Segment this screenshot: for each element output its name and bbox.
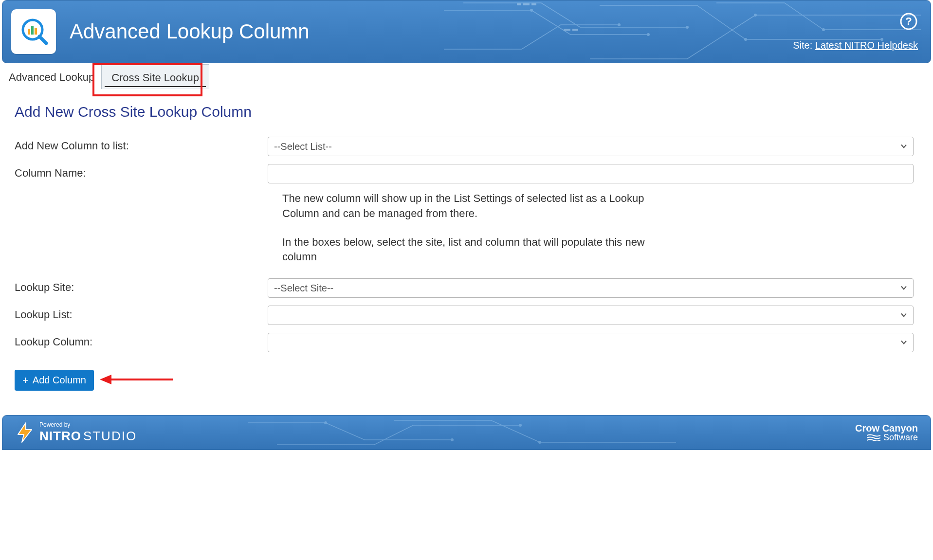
lookup-site-label: Lookup Site: (15, 278, 268, 294)
lookup-column-label: Lookup Column: (15, 333, 268, 348)
add-to-list-value: --Select List-- (274, 141, 332, 152)
svg-point-22 (324, 421, 327, 424)
footer-nitro-text: NITRO (39, 429, 81, 443)
footer-banner: Powered by NITROSTUDIO Crow Canyon Softw… (2, 415, 931, 450)
wave-icon (867, 434, 880, 441)
lookup-site-select[interactable]: --Select Site-- (268, 278, 914, 298)
footer-powered-by: Powered by (39, 422, 137, 428)
footer-cc-bot: Software (883, 433, 918, 442)
tab-cross-site-lookup[interactable]: Cross Site Lookup (101, 64, 209, 89)
chevron-down-icon (900, 283, 907, 294)
footer-crowcanyon-logo: Crow Canyon Software (855, 423, 918, 442)
header-banner: Advanced Lookup Column ? Site: Latest NI… (2, 0, 931, 63)
tabs-row: Advanced Lookup Cross Site Lookup (0, 64, 933, 89)
tab-advanced-lookup[interactable]: Advanced Lookup (7, 64, 101, 89)
help-icon[interactable]: ? (899, 12, 918, 33)
add-column-label: Add Column (33, 375, 86, 386)
svg-point-23 (451, 438, 454, 441)
lookup-list-select[interactable] (268, 306, 914, 325)
main-content: Add New Cross Site Lookup Column Add New… (0, 89, 933, 400)
site-prefix: Site: (793, 40, 812, 51)
svg-point-25 (538, 441, 541, 444)
footer-cc-top: Crow Canyon (855, 423, 918, 433)
svg-point-24 (519, 424, 522, 427)
site-label: Site: Latest NITRO Helpdesk (793, 40, 918, 51)
column-name-input[interactable] (268, 164, 914, 183)
add-column-button[interactable]: + Add Column (15, 370, 94, 391)
page-title: Advanced Lookup Column (70, 20, 310, 43)
chevron-down-icon (900, 337, 907, 348)
svg-rect-17 (35, 28, 37, 35)
chevron-down-icon (900, 310, 907, 321)
column-name-label: Column Name: (15, 164, 268, 180)
helper-text-1: The new column will show up in the List … (282, 191, 681, 221)
annotation-arrow-icon (100, 372, 173, 389)
helper-text-2: In the boxes below, select the site, lis… (282, 235, 681, 265)
svg-rect-15 (28, 29, 30, 35)
plus-icon: + (22, 375, 29, 386)
add-to-list-select[interactable]: --Select List-- (268, 137, 914, 156)
app-logo (11, 9, 56, 54)
footer-decoration (248, 415, 686, 450)
chevron-down-icon (900, 141, 907, 152)
footer-nitro-logo: Powered by NITROSTUDIO (15, 422, 137, 444)
add-to-list-label: Add New Column to list: (15, 137, 268, 152)
lookup-site-value: --Select Site-- (274, 283, 333, 294)
site-link[interactable]: Latest NITRO Helpdesk (815, 40, 918, 51)
section-title: Add New Cross Site Lookup Column (15, 104, 918, 120)
footer-studio-text: STUDIO (83, 429, 137, 443)
svg-line-14 (39, 36, 46, 43)
svg-text:?: ? (905, 15, 912, 27)
svg-rect-16 (31, 26, 34, 35)
lookup-list-label: Lookup List: (15, 306, 268, 321)
svg-marker-21 (100, 375, 111, 384)
lookup-column-select[interactable] (268, 333, 914, 352)
